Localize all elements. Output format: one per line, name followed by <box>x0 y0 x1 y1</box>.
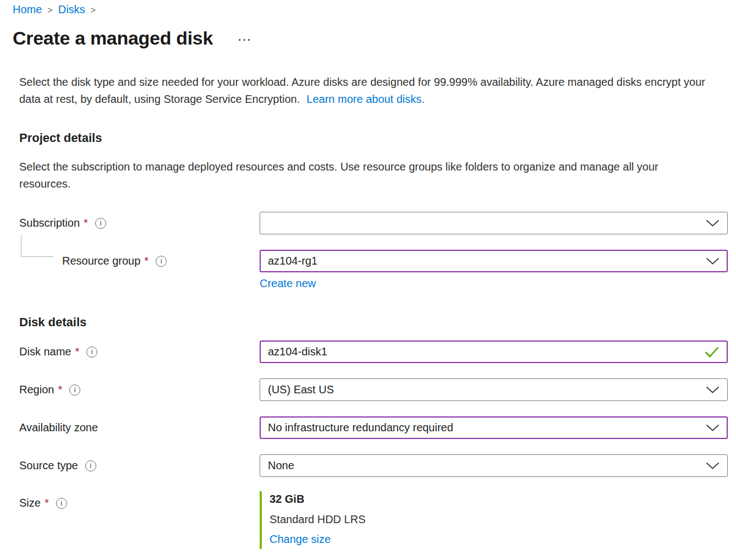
source-type-field-col: None <box>260 454 728 477</box>
disk-name-field-col <box>260 341 728 363</box>
info-icon[interactable]: i <box>95 218 106 229</box>
disk-name-field[interactable] <box>260 341 728 363</box>
title-row: Create a managed disk ··· <box>13 28 728 49</box>
chevron-down-icon <box>706 386 719 393</box>
create-new-link[interactable]: Create new <box>260 277 316 289</box>
region-field-col: (US) East US <box>260 378 728 401</box>
create-managed-disk-page: Home > Disks > Create a managed disk ···… <box>0 0 736 549</box>
size-label-group: Size * i <box>19 497 260 509</box>
info-icon[interactable]: i <box>86 347 97 358</box>
source-type-row: Source type i None <box>19 454 728 477</box>
resource-group-label-group: Resource group * i <box>19 255 260 267</box>
breadcrumb: Home > Disks > <box>13 3 728 16</box>
size-label: Size <box>19 497 41 509</box>
disk-details-heading: Disk details <box>19 315 728 330</box>
region-dropdown[interactable]: (US) East US <box>260 378 728 401</box>
source-type-label-group: Source type i <box>19 459 260 472</box>
availability-zone-row: Availability zone No infrastructure redu… <box>19 416 728 439</box>
valid-checkmark-icon <box>704 346 719 358</box>
chevron-down-icon <box>706 424 719 431</box>
disk-name-row: Disk name * i <box>19 341 728 363</box>
project-details-form: Subscription * i Resource group * i <box>19 212 728 290</box>
project-details-description: Select the subscription to manage deploy… <box>19 158 711 193</box>
chevron-down-icon <box>706 462 719 469</box>
source-type-value: None <box>268 459 700 472</box>
resource-group-row: Resource group * i az104-rg1 <box>19 250 728 272</box>
info-icon[interactable]: i <box>156 256 167 267</box>
availability-zone-label: Availability zone <box>19 421 98 434</box>
info-icon[interactable]: i <box>56 498 67 509</box>
resource-group-dropdown[interactable]: az104-rg1 <box>260 250 728 272</box>
availability-zone-field-col: No infrastructure redundancy required <box>260 416 728 439</box>
required-marker: * <box>75 345 79 358</box>
chevron-right-icon: > <box>91 6 96 15</box>
breadcrumb-home-link[interactable]: Home <box>13 3 42 16</box>
disk-name-label: Disk name <box>19 345 71 358</box>
availability-zone-dropdown[interactable]: No infrastructure redundancy required <box>260 416 728 439</box>
subscription-field-col <box>260 212 728 234</box>
learn-more-link[interactable]: Learn more about disks. <box>306 93 425 105</box>
subscription-label: Subscription <box>19 217 80 229</box>
region-label: Region <box>19 383 54 396</box>
region-value: (US) East US <box>268 383 700 396</box>
info-icon[interactable]: i <box>85 460 96 471</box>
required-marker: * <box>45 497 49 509</box>
chevron-down-icon <box>706 257 719 265</box>
more-options-ellipsis-icon[interactable]: ··· <box>238 34 252 46</box>
required-marker: * <box>58 383 62 396</box>
resource-group-value: az104-rg1 <box>268 255 700 267</box>
project-details-heading: Project details <box>19 131 728 145</box>
subscription-label-group: Subscription * i <box>19 217 260 229</box>
change-size-link[interactable]: Change size <box>270 533 331 545</box>
source-type-dropdown[interactable]: None <box>260 454 728 477</box>
availability-zone-label-group: Availability zone <box>19 421 260 434</box>
source-type-label: Source type <box>19 459 78 472</box>
resource-group-label: Resource group <box>62 255 140 267</box>
size-field-col: 32 GiB Standard HDD LRS Change size <box>260 491 728 549</box>
create-new-row: Create new <box>260 277 728 290</box>
breadcrumb-disks-link[interactable]: Disks <box>58 3 85 16</box>
availability-zone-value: No infrastructure redundancy required <box>268 421 700 434</box>
chevron-right-icon: > <box>47 6 52 15</box>
intro-text: Select the disk type and size needed for… <box>19 74 718 108</box>
disk-details-form: Disk name * i Region * i <box>19 341 728 549</box>
info-icon[interactable]: i <box>69 385 80 396</box>
subscription-dropdown[interactable] <box>260 212 728 234</box>
size-summary-block: 32 GiB Standard HDD LRS Change size <box>260 491 728 549</box>
size-value: 32 GiB <box>270 493 728 506</box>
page-title: Create a managed disk <box>13 28 213 49</box>
required-marker: * <box>144 255 149 267</box>
subscription-row: Subscription * i <box>19 212 728 234</box>
chevron-down-icon <box>706 219 719 227</box>
disk-name-label-group: Disk name * i <box>19 345 260 358</box>
hierarchy-connector-line <box>21 235 53 257</box>
size-row: Size * i 32 GiB Standard HDD LRS Change … <box>19 491 728 549</box>
region-label-group: Region * i <box>19 383 260 396</box>
required-marker: * <box>84 217 88 229</box>
size-sku: Standard HDD LRS <box>270 513 728 526</box>
disk-name-input[interactable] <box>268 345 699 358</box>
resource-group-field-col: az104-rg1 <box>260 250 728 272</box>
region-row: Region * i (US) East US <box>19 378 728 401</box>
